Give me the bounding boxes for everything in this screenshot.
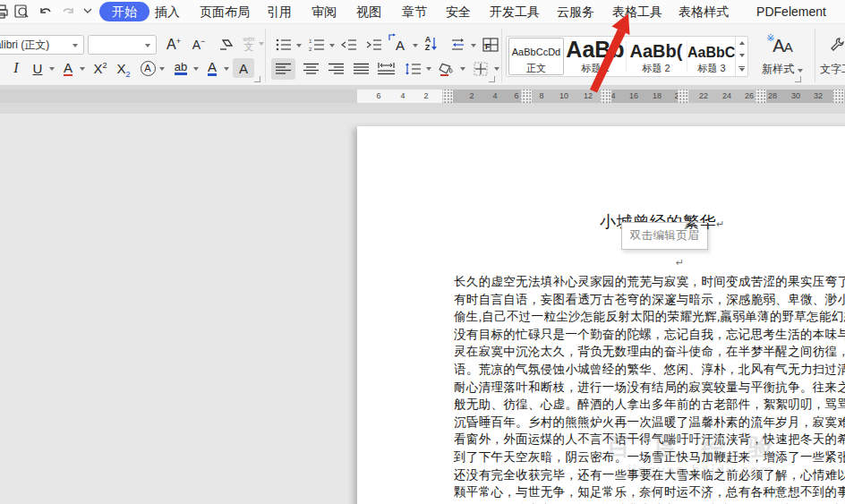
italic-button[interactable]: I xyxy=(7,58,25,78)
print-preview-icon[interactable] xyxy=(13,4,30,20)
tab-section[interactable]: 章节 xyxy=(402,0,427,23)
table-column-marker[interactable] xyxy=(521,90,532,103)
line-spacing-button[interactable] xyxy=(401,58,424,80)
decrease-font-size-button[interactable]: A− xyxy=(188,35,209,55)
superscript-button[interactable]: X2 xyxy=(90,58,111,78)
more-commands-icon[interactable] xyxy=(82,7,98,23)
tab-home[interactable]: 开始 xyxy=(99,2,149,21)
shading-button[interactable] xyxy=(435,58,458,80)
tab-pdfelement[interactable]: PDFelement xyxy=(756,0,826,23)
ruler-tick-label: 2 xyxy=(423,91,428,101)
ribbon-toolbar: Calibri (正文) A+ A− wén文 I U A X2 X2 A ab… xyxy=(0,23,845,86)
paragraph-layout-button[interactable]: F xyxy=(480,35,501,55)
phonetic-guide-icon[interactable]: wén文 xyxy=(240,33,258,55)
tab-dev-tools[interactable]: 开发工具 xyxy=(490,0,540,23)
enclosed-character-button[interactable]: A xyxy=(138,58,158,78)
font-group-dialog-launcher[interactable] xyxy=(254,76,260,82)
tab-table-tools[interactable]: 表格工具 xyxy=(612,0,662,23)
style-item-heading2[interactable]: AaBb( 标题 2 xyxy=(627,38,686,75)
increase-indent-button[interactable] xyxy=(363,35,385,55)
style-group-dialog-launcher[interactable] xyxy=(795,76,801,82)
tab-review[interactable]: 审阅 xyxy=(312,0,337,23)
tab-cloud-service[interactable]: 云服务 xyxy=(557,0,594,23)
style-item-heading3[interactable]: AaBbC( 标题 3 xyxy=(687,38,736,75)
table-column-marker[interactable] xyxy=(678,90,688,103)
new-style-button[interactable]: 新样式 xyxy=(754,62,811,77)
new-style-icon[interactable]: AA※ xyxy=(757,33,807,58)
paragraph-mark-icon: ↵ xyxy=(716,218,724,229)
redo-icon[interactable] xyxy=(60,4,76,20)
justify-button[interactable] xyxy=(349,58,373,80)
body-text-line: 长久的虚空无法填补心灵家园的荒芜与寂寞，时间变成苦涩的果实压弯了梦想 xyxy=(454,273,845,291)
font-size-combobox[interactable] xyxy=(88,35,157,55)
clear-format-icon[interactable] xyxy=(215,35,236,55)
align-center-button[interactable] xyxy=(299,58,323,80)
tab-references[interactable]: 引用 xyxy=(267,0,292,23)
bullets-button[interactable] xyxy=(273,35,294,55)
paragraph-mark-icon: ↵ xyxy=(676,257,684,269)
underline-button[interactable]: U xyxy=(29,58,47,78)
body-text-line: 语。荒凉的气氛侵蚀小城曾经的繁华、悠闲、淳朴，北风有气无力扫过清冷的 xyxy=(454,361,845,379)
document-page[interactable]: 小城曾经的繁华↵ 双击编辑页眉 ↵ 百度经验 jingyan.baidu.com… xyxy=(357,126,845,504)
svg-text:2: 2 xyxy=(309,47,312,51)
ruler-tick-label: 22 xyxy=(699,91,708,101)
ruler-tick-label: 18 xyxy=(653,91,661,101)
undo-icon[interactable] xyxy=(38,4,54,20)
style-gallery-scroll-up[interactable] xyxy=(736,37,747,49)
menu-bar: 开始 插入 页面布局 引用 审阅 视图 章节 安全 开发工具 云服务 表格工具 … xyxy=(0,0,845,23)
style-item-heading1[interactable]: AaBb 标题 1 xyxy=(566,38,625,75)
style-item-normal[interactable]: AaBbCcDd 正文 xyxy=(508,38,564,75)
highlight-color-button[interactable]: ab xyxy=(170,58,192,78)
ruler-tick-label: 32 xyxy=(814,91,823,101)
tab-page-layout[interactable]: 页面布局 xyxy=(200,0,250,23)
subscript-button[interactable]: X2 xyxy=(113,58,134,78)
text-tool-icon[interactable] xyxy=(825,33,845,56)
text-direction-button[interactable]: A xyxy=(388,35,412,55)
numbering-button[interactable]: 12 xyxy=(306,35,328,55)
tab-security[interactable]: 安全 xyxy=(446,0,471,23)
distribute-button[interactable] xyxy=(374,58,398,80)
text-tool-button[interactable]: 文字工 xyxy=(820,62,845,77)
tab-table-style[interactable]: 表格样式 xyxy=(679,0,729,23)
paragraph-group-dialog-launcher[interactable] xyxy=(489,76,495,82)
style-gallery: AaBbCcDd 正文 AaBb 标题 1 AaBb( 标题 2 AaBbC( … xyxy=(506,36,748,77)
strikethrough-button[interactable]: A xyxy=(59,58,77,78)
svg-text:F: F xyxy=(485,42,491,51)
align-right-button[interactable] xyxy=(324,58,348,80)
ruler-tick-label: 28 xyxy=(768,91,777,101)
character-shading-button[interactable]: A xyxy=(233,58,254,78)
ruler-tick-label: 24 xyxy=(722,91,731,101)
body-text-line: 偷生,自己不过一粒尘沙怎能反射太阳的荣耀光辉,羸弱单薄的野草怎能幻想驱 xyxy=(454,308,845,326)
style-gallery-scroll-down[interactable] xyxy=(736,49,747,62)
ruler-tick-label: 6 xyxy=(376,91,380,101)
tab-view[interactable]: 视图 xyxy=(356,0,381,23)
body-text-line: 般无助、彷徨、心虚。醉酒的人拿出多年前的古老部件，絮絮叨叨，骂骂咧咧 xyxy=(454,396,845,414)
ruler-tick-label: 16 xyxy=(629,91,638,101)
decrease-indent-button[interactable] xyxy=(338,35,360,55)
paragraph-settings-button[interactable] xyxy=(448,35,469,55)
document-area: 小城曾经的繁华↵ 双击编辑页眉 ↵ 百度经验 jingyan.baidu.com… xyxy=(0,114,845,504)
printer-icon[interactable] xyxy=(0,4,9,20)
table-column-marker[interactable] xyxy=(442,90,453,103)
ruler-tick-label: 2 xyxy=(469,91,474,101)
tab-insert[interactable]: 插入 xyxy=(155,0,180,23)
ruler-tick-label: 10 xyxy=(559,91,568,101)
ruler-tick-label: 26 xyxy=(745,91,754,101)
table-column-marker[interactable] xyxy=(833,90,844,103)
table-column-marker[interactable] xyxy=(601,90,611,103)
ruler-tick-label: 4 xyxy=(400,91,405,101)
table-column-marker[interactable] xyxy=(755,90,766,103)
body-text-line: 沉昏睡百年。乡村的熊熊炉火再一次温暖了温馨朴素的流年岁月，寂寞难耐的 xyxy=(454,414,845,431)
increase-font-size-button[interactable]: A+ xyxy=(163,35,184,55)
font-color-button[interactable]: A xyxy=(202,58,222,78)
sort-button[interactable]: AZ xyxy=(421,33,442,55)
style-gallery-expand[interactable] xyxy=(736,63,747,75)
ruler-tick-label: 8 xyxy=(539,91,543,101)
horizontal-ruler[interactable]: 64224681012416182222426283032 xyxy=(0,90,845,103)
align-left-button[interactable] xyxy=(271,58,295,80)
font-name-combobox[interactable]: Calibri (正文) xyxy=(0,35,84,55)
body-text-line: 耐心清理落叶和断枝，进行一场没有结局的寂寞较量与平衡抗争。往来之人行 xyxy=(454,379,845,397)
ruler-tick-label: 30 xyxy=(791,91,800,101)
ruler-zone: 64224681012416182222426283032 xyxy=(0,86,845,114)
watermark: 百度经验 jingyan.baidu.com xyxy=(606,431,796,479)
